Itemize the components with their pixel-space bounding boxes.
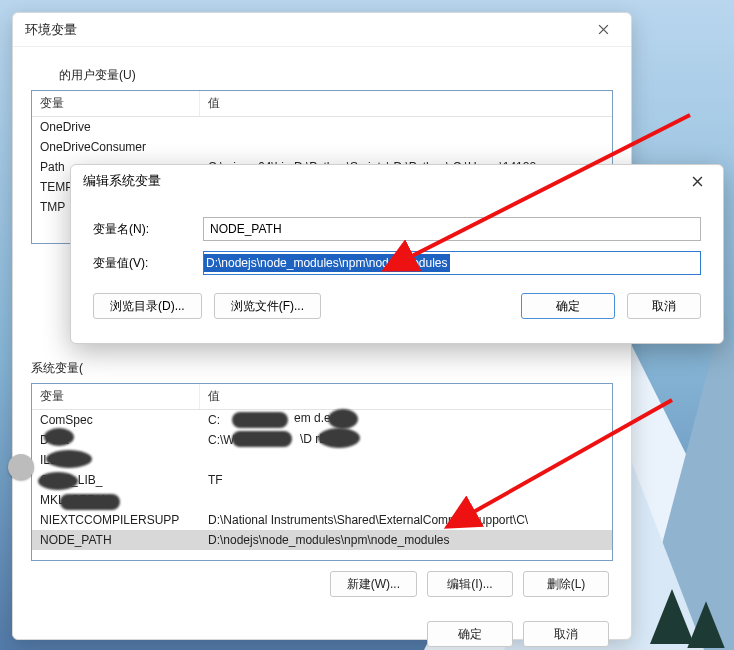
cell-val: D:\National Instruments\Shared\ExternalC…: [200, 510, 612, 530]
table-row[interactable]: OneDrive: [32, 117, 612, 137]
cancel-button[interactable]: 取消: [523, 621, 609, 647]
window-titlebar: 环境变量: [13, 13, 631, 47]
window-close-button[interactable]: [585, 16, 621, 44]
redaction-blob: [46, 450, 92, 468]
column-variable: 变量: [32, 91, 200, 116]
system-variables-buttons: 新建(W)... 编辑(I)... 删除(L): [31, 561, 613, 597]
redaction-blob: [232, 412, 288, 428]
desktop-background: [687, 601, 724, 648]
list-header: 变量 值: [32, 91, 612, 117]
window-titlebar: 编辑系统变量: [71, 165, 723, 197]
dialog-body: 变量名(N): 变量值(V): D:\nodejs\node_modules\n…: [71, 197, 723, 331]
cell-var: OneDriveConsumer: [32, 137, 200, 157]
window-body: 的用户变量(U) 变量 值 OneDrive OneDriveConsumer …: [13, 47, 631, 650]
variable-value-label: 变量值(V):: [93, 255, 203, 272]
window-title: 环境变量: [25, 21, 77, 39]
system-variables-label: 系统变量(: [31, 360, 613, 377]
edit-button[interactable]: 编辑(I)...: [427, 571, 513, 597]
variable-value-input[interactable]: D:\nodejs\node_modules\npm\node_modules: [203, 251, 701, 275]
variable-name-input[interactable]: [203, 217, 701, 241]
table-row[interactable]: NIEXTCCOMPILERSUPP D:\National Instrumen…: [32, 510, 612, 530]
table-row[interactable]: ILB: [32, 450, 612, 470]
variable-name-label: 变量名(N):: [93, 221, 203, 238]
ok-button[interactable]: 确定: [521, 293, 615, 319]
close-icon: [692, 176, 703, 187]
redaction-blob: [44, 428, 74, 446]
list-header: 变量 值: [32, 384, 612, 410]
redaction-blob: [60, 494, 120, 510]
browse-file-button[interactable]: 浏览文件(F)...: [214, 293, 321, 319]
user-variables-label: 的用户变量(U): [59, 67, 613, 84]
column-value: 值: [200, 384, 612, 409]
dialog-buttons: 确定 取消: [31, 611, 613, 647]
window-close-button[interactable]: [679, 167, 715, 195]
table-row[interactable]: CATE_LIB_ TF: [32, 470, 612, 490]
close-icon: [598, 24, 609, 35]
dialog-buttons: 浏览目录(D)... 浏览文件(F)... 确定 取消: [93, 285, 701, 319]
delete-button[interactable]: 删除(L): [523, 571, 609, 597]
redaction-blob: [232, 431, 292, 447]
field-row-name: 变量名(N):: [93, 217, 701, 241]
cell-var: ComSpec: [32, 410, 200, 430]
cell-val: [200, 450, 612, 470]
redaction-blob: [8, 454, 34, 480]
variable-value-text: D:\nodejs\node_modules\npm\node_modules: [204, 254, 450, 272]
cell-val: [200, 490, 612, 510]
column-variable: 变量: [32, 384, 200, 409]
cell-var: NODE_PATH: [32, 530, 200, 550]
column-value: 值: [200, 91, 612, 116]
new-button[interactable]: 新建(W)...: [330, 571, 417, 597]
cancel-button[interactable]: 取消: [627, 293, 701, 319]
table-row-selected[interactable]: NODE_PATH D:\nodejs\node_modules\npm\nod…: [32, 530, 612, 550]
cell-val: [200, 117, 612, 137]
cell-val: TF: [200, 470, 612, 490]
window-title: 编辑系统变量: [83, 172, 161, 190]
cell-val: D:\nodejs\node_modules\npm\node_modules: [200, 530, 612, 550]
ok-button[interactable]: 确定: [427, 621, 513, 647]
system-variables-list[interactable]: 变量 值 ComSpec C: D ata C:\W ILB CATE_LIB_…: [31, 383, 613, 561]
redaction-blob: [318, 428, 360, 448]
cell-val: [200, 137, 612, 157]
cell-var: NIEXTCCOMPILERSUPP: [32, 510, 200, 530]
browse-directory-button[interactable]: 浏览目录(D)...: [93, 293, 202, 319]
field-row-value: 变量值(V): D:\nodejs\node_modules\npm\node_…: [93, 251, 701, 275]
edit-system-variable-dialog: 编辑系统变量 变量名(N): 变量值(V): D:\nodejs\node_mo…: [70, 164, 724, 344]
redaction-blob: [328, 409, 358, 429]
redaction-blob: [38, 472, 78, 490]
cell-var: OneDrive: [32, 117, 200, 137]
table-row[interactable]: OneDriveConsumer: [32, 137, 612, 157]
